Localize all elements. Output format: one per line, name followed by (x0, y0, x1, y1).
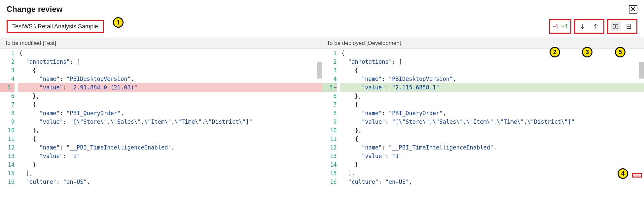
code-line: { (340, 135, 644, 143)
line-number: 3 (322, 66, 337, 75)
line-number: 1 (0, 49, 15, 57)
line-number: 12 (322, 143, 337, 152)
code-line: "name": "PBIDesktopVersion", (18, 75, 322, 83)
overview-ruler-marker[interactable] (632, 173, 642, 178)
diff-summary: -4 +4 (549, 19, 571, 34)
svg-rect-0 (613, 24, 616, 28)
code-line: { (18, 135, 322, 143)
code-line: "annotations": [ (18, 57, 322, 66)
code-line: "value": "2.115.6858.1" (340, 83, 644, 92)
line-number: 12 (0, 143, 15, 152)
svg-rect-2 (627, 24, 631, 26)
code-line: { (18, 66, 322, 75)
code-line: "value": "1" (340, 152, 644, 160)
side-by-side-view-button[interactable] (611, 21, 621, 31)
line-number: 9 (0, 117, 15, 126)
code-line: }, (340, 92, 644, 100)
line-number: 16 (0, 178, 15, 186)
added-count: +4 (561, 23, 568, 30)
close-icon (630, 6, 636, 12)
code-line: "name": "PBI_QueryOrder", (340, 109, 644, 117)
line-number: 8 (0, 109, 15, 117)
code-line: "name": "__PBI_TimeIntelligenceEnabled", (340, 143, 644, 152)
callout-1: 1 (113, 17, 124, 28)
left-pane-header: To be modified [Test] (0, 38, 322, 49)
right-pane: To be deployed [Development] 12345+67891… (322, 38, 644, 188)
line-number: 8 (322, 109, 337, 117)
right-pane-header: To be deployed [Development] (322, 38, 644, 49)
removed-count: -4 (553, 23, 558, 30)
code-line: "name": "__PBI_TimeIntelligenceEnabled", (18, 143, 322, 152)
code-line: ], (340, 169, 644, 178)
arrow-down-icon (579, 23, 586, 30)
left-code[interactable]: 12345-678910111213141516 { "annotations"… (0, 49, 322, 188)
code-line: "value": "[\"Store\",\"Sales\",\"Item\",… (340, 117, 644, 126)
line-number: 7 (0, 100, 15, 109)
next-change-button[interactable] (578, 21, 588, 31)
left-pane: To be modified [Test] 12345-678910111213… (0, 38, 322, 188)
svg-rect-1 (616, 24, 618, 28)
svg-rect-3 (627, 27, 631, 29)
line-number: 16 (322, 178, 337, 186)
line-number: 6 (322, 92, 337, 100)
callout-4: 4 (618, 168, 628, 179)
line-number: 2 (322, 57, 337, 66)
code-line: ], (18, 169, 322, 178)
line-number: 13 (322, 152, 337, 160)
breadcrumb-text: TestWS \ Retail Analysis Sample (12, 23, 98, 30)
line-number: 5- (0, 83, 15, 92)
code-line: "value": "1" (18, 152, 322, 160)
code-line: "culture": "en-US", (18, 178, 322, 186)
callout-5: 5 (615, 47, 626, 57)
prev-change-button[interactable] (591, 21, 601, 31)
columns-icon (612, 23, 619, 30)
code-line: { (340, 66, 644, 75)
right-scrollbar[interactable] (639, 62, 644, 79)
line-number: 15 (0, 169, 15, 178)
code-line: { (18, 100, 322, 109)
code-line: { (18, 49, 322, 57)
code-line: "value": "[\"Store\",\"Sales\",\"Item\",… (18, 117, 322, 126)
nav-group (574, 19, 604, 34)
line-number: 15 (322, 169, 337, 178)
line-number: 11 (0, 135, 15, 143)
code-line: "name": "PBI_QueryOrder", (18, 109, 322, 117)
stacked-icon (626, 23, 632, 30)
line-number: 10 (0, 126, 15, 135)
code-line: }, (18, 126, 322, 135)
code-line: } (18, 160, 322, 169)
code-line: }, (18, 92, 322, 100)
line-number: 10 (322, 126, 337, 135)
code-line: "annotations": [ (340, 57, 644, 66)
code-line: { (340, 49, 644, 57)
arrow-up-icon (592, 23, 599, 30)
left-scrollbar[interactable] (317, 62, 322, 79)
dialog-title: Change review (7, 5, 62, 14)
line-number: 11 (322, 135, 337, 143)
line-number: 4 (0, 75, 15, 83)
code-line: "name": "PBIDesktopVersion", (340, 75, 644, 83)
view-mode-group (607, 19, 637, 34)
close-button[interactable] (629, 5, 637, 14)
code-line: }, (340, 126, 644, 135)
inline-view-button[interactable] (624, 21, 634, 31)
code-line: { (340, 100, 644, 109)
line-number: 14 (322, 160, 337, 169)
code-line: "culture": "en-US", (340, 178, 644, 186)
line-number: 5+ (322, 83, 337, 92)
line-number: 2 (0, 57, 15, 66)
line-number: 7 (322, 100, 337, 109)
callout-3: 3 (582, 47, 592, 57)
code-line: } (340, 160, 644, 169)
line-number: 3 (0, 66, 15, 75)
breadcrumb: TestWS \ Retail Analysis Sample (7, 20, 104, 33)
callout-2: 2 (550, 47, 560, 57)
line-number: 4 (322, 75, 337, 83)
code-line: "value": "2.91.884.0 (21.03)" (18, 83, 322, 92)
line-number: 9 (322, 117, 337, 126)
right-code[interactable]: 12345+678910111213141516 { "annotations"… (322, 49, 644, 188)
line-number: 6 (0, 92, 15, 100)
line-number: 14 (0, 160, 15, 169)
line-number: 13 (0, 152, 15, 160)
line-number: 1 (322, 49, 337, 57)
